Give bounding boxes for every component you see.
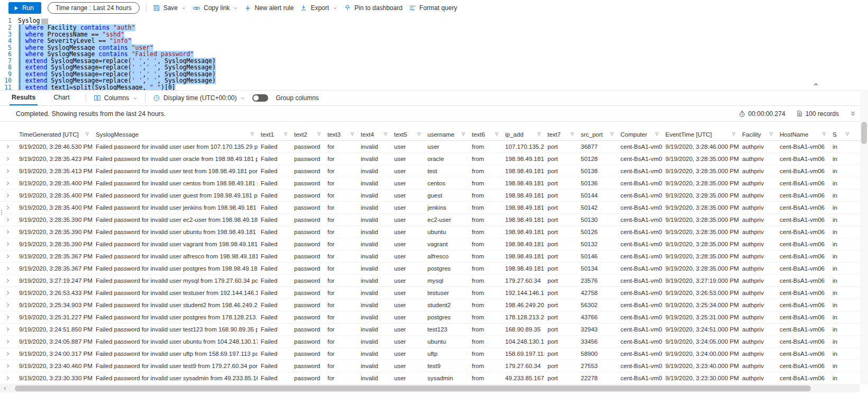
filter-icon[interactable] <box>653 131 659 137</box>
export-button[interactable]: Export <box>300 4 337 12</box>
filter-icon[interactable] <box>768 131 773 137</box>
filter-icon[interactable] <box>820 131 826 137</box>
copy-link-button[interactable]: Copy link <box>193 4 238 12</box>
row-expand-cell[interactable] <box>0 339 16 344</box>
table-row[interactable]: 9/19/2020, 3:28:35.400 PMFailed password… <box>0 177 868 190</box>
column-header-timegenerated-utc[interactable]: TimeGenerated [UTC] <box>16 131 93 138</box>
row-expand-cell[interactable] <box>0 375 16 381</box>
table-row[interactable]: 9/19/2020, 3:28:35.390 PMFailed password… <box>0 214 868 226</box>
row-expand-chevron-icon[interactable] <box>5 339 11 344</box>
table-row[interactable]: 9/19/2020, 3:25:34.903 PMFailed password… <box>0 299 868 311</box>
row-expand-chevron-icon[interactable] <box>5 144 11 149</box>
column-header-eventtime-utc[interactable]: EventTime [UTC] <box>662 131 739 138</box>
query-editor[interactable]: 1Syslog2| where Facility contains "auth"… <box>0 16 868 90</box>
group-columns-toggle[interactable] <box>252 94 268 102</box>
row-expand-chevron-icon[interactable] <box>5 351 11 356</box>
row-expand-cell[interactable] <box>0 363 16 369</box>
row-expand-cell[interactable] <box>0 278 16 283</box>
column-header-syslogmessage[interactable]: SyslogMessage <box>93 131 258 138</box>
tab-results[interactable]: Results <box>10 91 38 105</box>
row-expand-chevron-icon[interactable] <box>5 181 11 186</box>
row-expand-chevron-icon[interactable] <box>5 254 11 259</box>
column-header-text1[interactable]: text1 <box>258 131 291 138</box>
column-header-computer[interactable]: Computer <box>617 131 662 138</box>
row-expand-cell[interactable] <box>0 351 16 356</box>
row-expand-chevron-icon[interactable] <box>5 266 11 271</box>
table-row[interactable]: 9/19/2020, 3:24:00.317 PMFailed password… <box>0 348 868 360</box>
column-header-text2[interactable]: text2 <box>291 131 324 138</box>
table-row[interactable]: 9/19/2020, 3:24:05.887 PMFailed password… <box>0 336 868 348</box>
table-row[interactable]: 9/19/2020, 3:28:35.400 PMFailed password… <box>0 190 868 202</box>
filter-icon[interactable] <box>493 131 499 137</box>
collapse-editor-icon[interactable] <box>812 81 819 88</box>
row-expand-chevron-icon[interactable] <box>5 193 11 198</box>
table-row[interactable]: 9/19/2020, 3:23:30.330 PMFailed password… <box>0 372 868 384</box>
filter-icon[interactable] <box>415 131 421 137</box>
row-expand-cell[interactable] <box>0 241 16 247</box>
row-expand-cell[interactable] <box>0 327 16 332</box>
filter-icon[interactable] <box>84 131 89 137</box>
row-expand-chevron-icon[interactable] <box>5 156 11 162</box>
filter-icon[interactable] <box>460 131 465 137</box>
row-expand-chevron-icon[interactable] <box>5 375 11 381</box>
new-alert-rule-button[interactable]: New alert rule <box>244 4 294 12</box>
save-button[interactable]: Save <box>153 4 186 12</box>
table-row[interactable]: 9/19/2020, 3:28:35.367 PMFailed password… <box>0 250 868 263</box>
row-expand-chevron-icon[interactable] <box>5 217 11 222</box>
row-expand-cell[interactable] <box>0 193 16 198</box>
row-expand-cell[interactable] <box>0 254 16 259</box>
table-row[interactable]: 9/19/2020, 3:28:35.367 PMFailed password… <box>0 263 868 275</box>
column-header-text3[interactable]: text3 <box>324 131 358 138</box>
row-expand-chevron-icon[interactable] <box>5 229 11 235</box>
code-line[interactable]: 2| where Facility contains "auth" <box>0 24 868 31</box>
time-range-picker[interactable]: Time range : Last 24 hours <box>48 2 140 14</box>
column-header-text5[interactable]: text5 <box>391 131 424 138</box>
scroll-left-arrow[interactable] <box>0 386 10 391</box>
horizontal-scrollbar-thumb[interactable] <box>15 386 811 391</box>
table-row[interactable]: 9/19/2020, 3:28:35.400 PMFailed password… <box>0 202 868 214</box>
format-query-button[interactable]: Format query <box>409 4 457 12</box>
columns-dropdown[interactable]: Columns <box>94 94 138 102</box>
column-header-username[interactable]: username <box>424 131 469 138</box>
table-row[interactable]: 9/19/2020, 3:28:35.413 PMFailed password… <box>0 165 868 177</box>
column-header-src-port[interactable]: src_port <box>578 131 617 138</box>
row-expand-cell[interactable] <box>0 290 16 295</box>
column-header-text4[interactable]: text4 <box>358 131 391 138</box>
table-row[interactable]: 9/19/2020, 3:26:53.433 PMFailed password… <box>0 287 868 299</box>
filter-icon[interactable] <box>382 131 388 137</box>
column-header-facility[interactable]: Facility <box>739 131 776 138</box>
table-row[interactable]: 9/19/2020, 3:28:35.423 PMFailed password… <box>0 153 868 165</box>
filter-icon[interactable] <box>282 131 288 137</box>
row-expand-cell[interactable] <box>0 156 16 162</box>
table-row[interactable]: 9/19/2020, 3:25:31.227 PMFailed password… <box>0 311 868 324</box>
row-expand-chevron-icon[interactable] <box>5 278 11 283</box>
row-expand-chevron-icon[interactable] <box>5 302 11 308</box>
table-row[interactable]: 9/19/2020, 3:24:51.850 PMFailed password… <box>0 324 868 336</box>
row-expand-chevron-icon[interactable] <box>5 327 11 332</box>
column-header-text7[interactable]: text7 <box>544 131 578 138</box>
horizontal-scrollbar[interactable] <box>0 384 860 392</box>
row-expand-cell[interactable] <box>0 266 16 271</box>
column-header-hostname[interactable]: HostName <box>776 131 829 138</box>
row-expand-chevron-icon[interactable] <box>5 290 11 295</box>
table-row[interactable]: 9/19/2020, 3:28:35.390 PMFailed password… <box>0 226 868 238</box>
filter-icon[interactable] <box>249 131 254 137</box>
display-time-dropdown[interactable]: Display time (UTC+00:00) <box>153 94 245 102</box>
row-expand-chevron-icon[interactable] <box>5 205 11 210</box>
filter-icon[interactable] <box>569 131 574 137</box>
table-row[interactable]: 9/19/2020, 3:27:19.247 PMFailed password… <box>0 275 868 287</box>
column-header-text6[interactable]: text6 <box>469 131 502 138</box>
pin-to-dashboard-button[interactable]: Pin to dashboard <box>344 4 403 12</box>
pane-resize-handle[interactable] <box>0 205 3 219</box>
row-expand-cell[interactable] <box>0 144 16 149</box>
filter-icon[interactable] <box>535 131 541 137</box>
row-expand-chevron-icon[interactable] <box>5 315 11 320</box>
row-expand-chevron-icon[interactable] <box>5 168 11 174</box>
filter-icon[interactable] <box>730 131 736 137</box>
row-expand-cell[interactable] <box>0 302 16 308</box>
table-row[interactable]: 9/19/2020, 3:23:40.460 PMFailed password… <box>0 360 868 372</box>
filter-icon[interactable] <box>315 131 321 137</box>
filter-icon[interactable] <box>844 131 849 137</box>
row-expand-cell[interactable] <box>0 315 16 320</box>
column-header-s[interactable]: S <box>829 131 853 138</box>
